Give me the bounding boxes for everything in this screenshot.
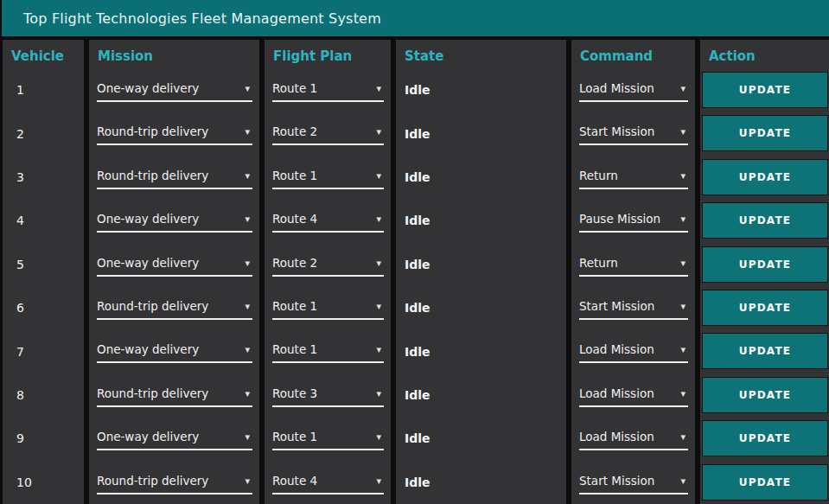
flight-plan-dropdown[interactable]: Route 3▾ [272,375,384,407]
state-value: Idle [396,112,566,155]
update-button[interactable]: UPDATE [702,377,828,413]
vehicle-id: 1 [3,68,84,112]
update-button[interactable]: UPDATE [702,333,828,369]
app-title: Top Flight Technologies Fleet Management… [23,10,381,27]
flight-plan-dropdown[interactable]: Route 2▾ [272,245,384,277]
table-cell: Route 2▾ [265,243,391,286]
chevron-down-icon: ▾ [680,83,688,95]
flight-plan-dropdown[interactable]: Route 1▾ [272,288,384,320]
table-cell: Route 3▾ [265,373,391,417]
column-state: State IdleIdleIdleIdleIdleIdleIdleIdleId… [396,40,566,504]
update-button[interactable]: UPDATE [702,115,828,151]
flight-plan-dropdown[interactable]: Route 4▾ [272,201,384,233]
column-mission: Mission One-way delivery▾Round-trip deli… [89,40,259,504]
flight-plan-dropdown[interactable]: Route 2▾ [272,113,384,145]
table-cell: UPDATE [700,199,829,242]
column-vehicle: Vehicle 12345678910 [3,40,84,504]
chevron-down-icon: ▾ [376,126,384,138]
table-cell: UPDATE [700,286,829,329]
state-value: Idle [396,329,566,373]
flight-plan-dropdown-value: Route 1 [272,169,317,182]
table-cell: Route 1▾ [265,417,391,460]
flight-plan-dropdown-value: Route 2 [272,256,317,270]
command-dropdown[interactable]: Load Mission▾ [579,375,688,407]
state-value: Idle [396,68,566,112]
mission-dropdown[interactable]: One-way delivery▾ [97,331,252,363]
table-cell: One-way delivery▾ [89,68,259,112]
mission-dropdown-value: One-way delivery [97,256,199,270]
table-cell: Route 1▾ [265,329,391,373]
chevron-down-icon: ▾ [680,170,688,182]
table-cell: Route 1▾ [265,68,391,112]
column-action: Action UPDATEUPDATEUPDATEUPDATEUPDATEUPD… [700,40,829,504]
column-header-action: Action [700,40,829,68]
chevron-down-icon: ▾ [245,214,252,226]
flight-plan-dropdown[interactable]: Route 4▾ [272,463,384,494]
flight-plan-dropdown[interactable]: Route 1▾ [272,418,384,450]
command-dropdown[interactable]: Return▾ [579,245,688,277]
mission-dropdown[interactable]: Round-trip delivery▾ [97,463,252,494]
chevron-down-icon: ▾ [245,83,252,95]
command-dropdown[interactable]: Pause Mission▾ [579,201,688,233]
mission-dropdown[interactable]: One-way delivery▾ [97,245,252,277]
mission-dropdown[interactable]: One-way delivery▾ [97,201,252,233]
command-dropdown-value: Return [579,169,618,182]
update-button[interactable]: UPDATE [702,464,828,501]
command-dropdown[interactable]: Start Mission▾ [579,288,688,320]
chevron-down-icon: ▾ [245,170,252,182]
update-button[interactable]: UPDATE [702,420,828,456]
update-button[interactable]: UPDATE [702,290,828,326]
state-value: Idle [396,286,566,329]
update-button[interactable]: UPDATE [702,72,828,108]
vehicle-id: 10 [3,461,84,504]
column-header-state: State [396,40,566,68]
command-dropdown[interactable]: Start Mission▾ [579,463,688,494]
mission-dropdown[interactable]: One-way delivery▾ [97,418,252,450]
command-dropdown[interactable]: Load Mission▾ [579,418,688,450]
command-dropdown[interactable]: Load Mission▾ [579,70,688,102]
mission-dropdown-value: One-way delivery [97,342,199,356]
flight-plan-dropdown[interactable]: Route 1▾ [272,331,384,363]
mission-dropdown-value: One-way delivery [97,81,199,95]
command-dropdown[interactable]: Start Mission▾ [579,113,688,145]
update-button[interactable]: UPDATE [702,159,828,195]
vehicle-id: 6 [3,286,84,329]
chevron-down-icon: ▾ [245,258,252,270]
chevron-down-icon: ▾ [376,83,384,95]
mission-dropdown[interactable]: Round-trip delivery▾ [97,288,252,320]
vehicle-id: 2 [3,112,84,155]
chevron-down-icon: ▾ [245,475,252,488]
mission-dropdown[interactable]: Round-trip delivery▾ [97,157,252,189]
command-dropdown-value: Pause Mission [579,212,660,226]
chevron-down-icon: ▾ [376,170,384,182]
mission-dropdown[interactable]: One-way delivery▾ [97,70,252,102]
mission-dropdown[interactable]: Round-trip delivery▾ [97,375,252,407]
table-cell: Route 2▾ [265,112,391,155]
flight-plan-dropdown[interactable]: Route 1▾ [272,70,384,102]
mission-dropdown-value: Round-trip delivery [97,169,208,182]
table-cell: UPDATE [700,243,829,286]
table-cell: UPDATE [700,461,829,504]
vehicle-id: 7 [3,329,84,373]
state-value: Idle [396,373,566,417]
table-cell: Round-trip delivery▾ [89,461,259,504]
table-cell: UPDATE [700,373,829,417]
command-dropdown[interactable]: Load Mission▾ [579,331,688,363]
mission-dropdown[interactable]: Round-trip delivery▾ [97,113,252,145]
state-value: Idle [396,156,566,199]
update-button[interactable]: UPDATE [702,202,828,239]
chevron-down-icon: ▾ [680,388,688,400]
table-cell: UPDATE [700,329,829,373]
table-cell: Route 4▾ [265,461,391,504]
mission-dropdown-value: One-way delivery [97,212,199,226]
flight-plan-dropdown[interactable]: Route 1▾ [272,157,384,189]
app-titlebar: Top Flight Technologies Fleet Management… [2,0,829,36]
command-dropdown[interactable]: Return▾ [579,157,688,189]
update-button[interactable]: UPDATE [702,246,828,283]
chevron-down-icon: ▾ [680,301,688,313]
column-body-action: UPDATEUPDATEUPDATEUPDATEUPDATEUPDATEUPDA… [700,68,829,504]
table-cell: Return▾ [571,156,695,199]
chevron-down-icon: ▾ [680,431,688,443]
column-body-flight-plan: Route 1▾Route 2▾Route 1▾Route 4▾Route 2▾… [265,68,391,504]
table-cell: Start Mission▾ [571,461,695,504]
